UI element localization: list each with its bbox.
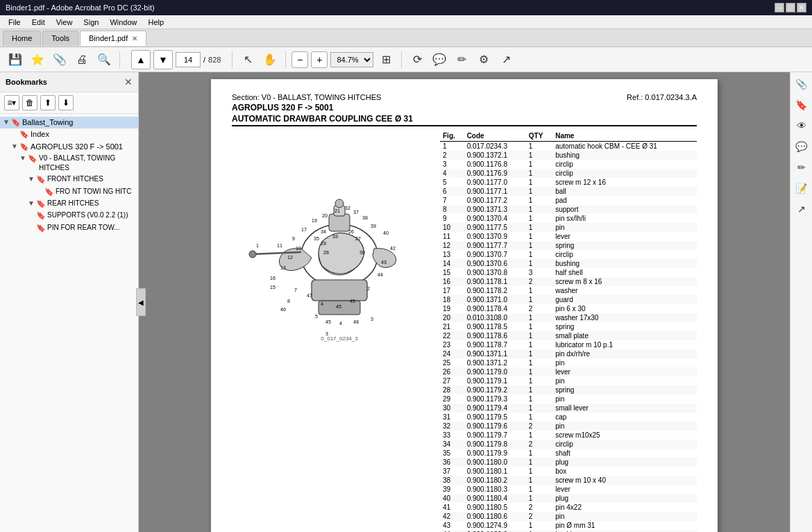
bookmark-front-hitches[interactable]: ▼ 🔖 FRONT HITCHES xyxy=(0,174,138,185)
page-total: 828 xyxy=(208,56,221,64)
cell-code: 0.900.1177.5 xyxy=(464,223,526,232)
delete-bookmark-button[interactable]: 🗑 xyxy=(22,95,37,110)
bookmark-front-towing[interactable]: 🔖 FRO NT TOWI NG HITC xyxy=(0,186,138,198)
bookmark-icon-pin: 🔖 xyxy=(36,223,46,233)
menu-window[interactable]: Window xyxy=(104,17,142,28)
tree-toggle-front[interactable]: ▼ xyxy=(28,174,36,184)
cell-fig: 3 xyxy=(440,160,464,169)
right-tool-6[interactable]: 📝 xyxy=(793,179,811,197)
bookmark-rear-hitches[interactable]: ▼ 🔖 REAR HITCHES xyxy=(0,198,138,210)
sidebar-close-button[interactable]: ✕ xyxy=(124,76,133,88)
svg-text:45: 45 xyxy=(336,304,341,309)
tab-close-button[interactable]: ✕ xyxy=(132,35,137,42)
cell-name: pin xyxy=(552,358,697,367)
table-row: 26 0.900.1179.0 1 lever xyxy=(440,367,697,376)
save-button[interactable]: 💾 xyxy=(6,50,25,69)
svg-text:44: 44 xyxy=(378,272,383,277)
menu-file[interactable]: File xyxy=(3,17,26,28)
tab-tools[interactable]: Tools xyxy=(42,31,78,46)
cell-code: 0.900.1180.0 xyxy=(464,458,526,467)
cell-name: shaft xyxy=(552,449,697,458)
bookmark-v0-ballast[interactable]: ▼ 🔖 V0 - BALLAST, TOWING HITCHES xyxy=(0,153,138,174)
search-button[interactable]: 🔍 xyxy=(94,50,114,69)
table-row: 20 0.010.3108.0 1 washer 17x30 xyxy=(440,313,697,322)
cell-code: 0.900.1179.7 xyxy=(464,431,526,440)
zoom-select[interactable]: 84.7% 50% 75% 100% 125% 150% xyxy=(330,52,373,67)
bookmark-pin-rear[interactable]: 🔖 PIN FOR REAR TOW... xyxy=(0,222,138,234)
table-row: 25 0.900.1371.2 1 pin xyxy=(440,358,697,367)
cell-code: 0.900.1180.3 xyxy=(464,485,526,494)
bookmark-index[interactable]: 🔖 Index xyxy=(0,128,138,140)
comment-button[interactable]: 💬 xyxy=(430,50,449,69)
cell-qty: 1 xyxy=(526,259,552,268)
add-bookmark-button[interactable]: ⭐ xyxy=(28,50,47,69)
tab-binder1[interactable]: Binder1.pdf ✕ xyxy=(80,31,146,46)
bookmark-ballast-towing[interactable]: ▼ 🔖 Ballast_Towing xyxy=(0,117,138,128)
cell-qty: 1 xyxy=(526,358,552,367)
pen-button[interactable]: ✏ xyxy=(452,50,471,69)
minimize-button[interactable]: ─ xyxy=(775,3,784,13)
sidebar-collapse-button[interactable]: ◀ xyxy=(136,288,146,316)
fit-page-button[interactable]: ⊞ xyxy=(376,50,396,69)
right-tool-1[interactable]: 📎 xyxy=(793,75,811,93)
cell-code: 0.900.1274.9 xyxy=(464,521,526,530)
cell-name: pad xyxy=(552,196,697,205)
tree-toggle-rear[interactable]: ▼ xyxy=(28,199,36,208)
maximize-button[interactable]: □ xyxy=(786,3,795,13)
table-row: 9 0.900.1370.4 1 pin sx/lh/li xyxy=(440,214,697,223)
cell-name: pin xyxy=(552,223,697,232)
cell-qty: 1 xyxy=(526,385,552,394)
close-button[interactable]: ✕ xyxy=(797,3,806,13)
cell-fig: 23 xyxy=(440,340,464,349)
right-tool-3[interactable]: 👁 xyxy=(793,117,811,135)
svg-text:26: 26 xyxy=(348,229,354,234)
zoom-out-button[interactable]: − xyxy=(291,51,308,68)
right-tool-2[interactable]: 🔖 xyxy=(793,96,811,114)
table-row: 12 0.900.1177.7 1 spring xyxy=(440,241,697,250)
cell-name: bushing xyxy=(552,151,697,160)
menu-view[interactable]: View xyxy=(51,17,78,28)
right-toolbar: 📎 🔖 👁 💬 ✏ 📝 ↗ xyxy=(790,72,812,532)
svg-text:33: 33 xyxy=(332,234,338,239)
right-tool-5[interactable]: ✏ xyxy=(793,158,811,176)
tab-home[interactable]: Home xyxy=(3,31,41,46)
table-row: 18 0.900.1371.0 1 guard xyxy=(440,295,697,304)
bookmark-agroplus[interactable]: ▼ 🔖 AGROPLUS 320 F -> 5001 xyxy=(0,141,138,153)
right-tool-4[interactable]: 💬 xyxy=(793,138,811,156)
hand-tool[interactable]: ✋ xyxy=(260,50,280,69)
page-number-input[interactable] xyxy=(176,52,201,67)
rotate-button[interactable]: ⟳ xyxy=(407,50,427,69)
print-button[interactable]: 🖨 xyxy=(72,50,92,69)
cell-qty: 1 xyxy=(526,376,552,385)
cell-code: 0.900.1370.8 xyxy=(464,268,526,277)
menu-edit[interactable]: Edit xyxy=(26,17,51,28)
svg-text:21: 21 xyxy=(335,208,340,213)
tree-toggle-ballast[interactable]: ▼ xyxy=(3,117,11,127)
right-tool-7[interactable]: ↗ xyxy=(793,200,811,218)
col-qty: QTY xyxy=(526,131,552,142)
share-button[interactable]: ↗ xyxy=(496,50,516,69)
pdf-viewer[interactable]: Section: V0 - BALLAST, TOWING HITCHES Re… xyxy=(139,72,790,532)
table-row: 37 0.900.1180.1 1 box xyxy=(440,467,697,476)
page-up-button[interactable]: ▲ xyxy=(131,50,151,69)
window-controls[interactable]: ─ □ ✕ xyxy=(775,3,806,13)
menu-help[interactable]: Help xyxy=(143,17,170,28)
page-down-button[interactable]: ▼ xyxy=(153,50,173,69)
tree-toggle-agroplus[interactable]: ▼ xyxy=(11,142,19,151)
cell-qty: 1 xyxy=(526,476,552,485)
table-row: 11 0.900.1370.9 1 lever xyxy=(440,232,697,241)
cursor-tool[interactable]: ↖ xyxy=(238,50,257,69)
expand-bookmark-button[interactable]: ⬆ xyxy=(40,95,56,110)
attach-button[interactable]: 📎 xyxy=(50,50,69,69)
collapse-bookmark-button[interactable]: ⬇ xyxy=(58,95,74,110)
bookmark-tree: ▼ 🔖 Ballast_Towing 🔖 Index ▼ 🔖 AGROPLUS … xyxy=(0,114,138,532)
bookmark-supports[interactable]: 🔖 SUPPORTS (V0.0 2.2 (1)) xyxy=(0,210,138,222)
bookmark-menu-button[interactable]: ≡▾ xyxy=(4,95,19,110)
tree-toggle-v0[interactable]: ▼ xyxy=(19,153,28,163)
zoom-in-button[interactable]: + xyxy=(311,51,328,68)
svg-text:5: 5 xyxy=(315,314,318,319)
table-row: 4 0.900.1176.9 1 circlip xyxy=(440,169,697,178)
tools-button[interactable]: ⚙ xyxy=(474,50,493,69)
tab-bar: Home Tools Binder1.pdf ✕ xyxy=(0,29,812,47)
menu-sign[interactable]: Sign xyxy=(78,17,104,28)
